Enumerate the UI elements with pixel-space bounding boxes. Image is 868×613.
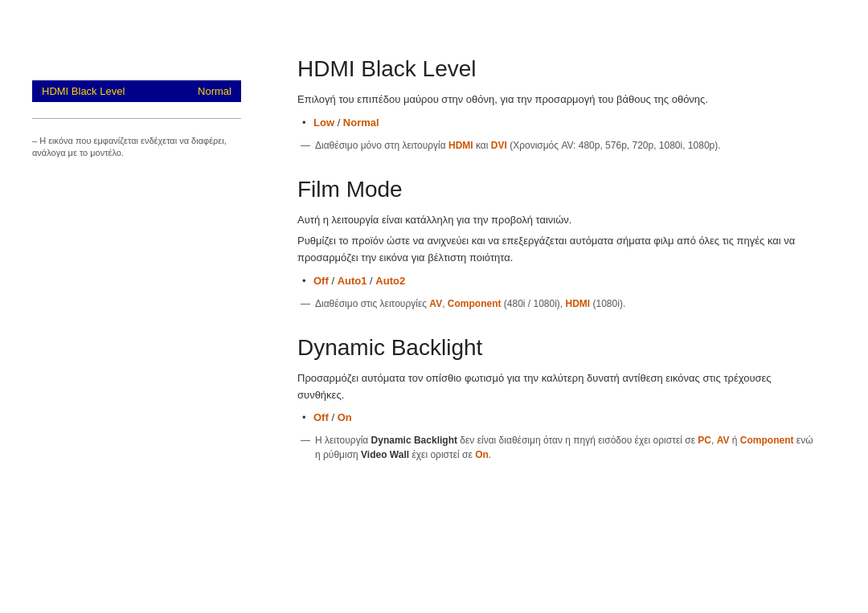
hdmi-note: Διαθέσιμο μόνο στη λειτουργία HDMI και D… (297, 138, 820, 153)
film-note-text: Διαθέσιμο στις λειτουργίες AV, Component… (315, 296, 625, 311)
film-note: Διαθέσιμο στις λειτουργίες AV, Component… (297, 296, 820, 311)
film-note-hdmi: HDMI (566, 298, 591, 309)
section-title-hdmi: HDMI Black Level (297, 56, 820, 82)
dynamic-note: Η λειτουργία Dynamic Backlight δεν είναι… (297, 433, 820, 462)
hdmi-description: Επιλογή του επιπέδου μαύρου στην οθόνη, … (297, 92, 820, 108)
hdmi-normal: Normal (343, 116, 379, 129)
section-dynamic-backlight: Dynamic Backlight Προσαρμόζει αυτόματα τ… (297, 335, 820, 462)
film-auto2: Auto2 (375, 275, 405, 287)
dynamic-description: Προσαρμόζει αυτόματα τον οπίσθιο φωτισμό… (297, 370, 820, 404)
section-hdmi-black-level: HDMI Black Level Επιλογή του επιπέδου μα… (297, 56, 820, 153)
dynamic-note-component: Component (740, 435, 794, 446)
main-content: HDMI Black Level Επιλογή του επιπέδου μα… (281, 32, 868, 581)
dynamic-bullet-list: Off / On (313, 410, 820, 427)
dynamic-note-text: Η λειτουργία Dynamic Backlight δεν είναι… (315, 433, 820, 462)
hdmi-note-hdmi: HDMI (448, 140, 473, 151)
film-note-av: AV (429, 298, 442, 309)
sidebar: HDMI Black Level Normal – Η εικόνα που ε… (0, 32, 281, 581)
dynamic-note-videowall: Video Wall (361, 449, 409, 460)
dynamic-sep: / (331, 411, 337, 423)
dynamic-note-on: On (475, 449, 489, 460)
film-sep1: / (331, 275, 337, 287)
dynamic-note-pc: PC (698, 435, 711, 446)
film-bullet-item: Off / Auto1 / Auto2 (313, 273, 820, 290)
menu-item-value: Normal (198, 85, 231, 97)
hdmi-separator: / (338, 116, 343, 129)
film-description2: Ρυθμίζει το προϊόν ώστε να ανιχνεύει και… (297, 233, 820, 267)
hdmi-bullet-item: Low / Normal (313, 115, 820, 132)
dynamic-note-feature: Dynamic Backlight (371, 435, 457, 446)
section-title-film: Film Mode (297, 177, 820, 202)
hdmi-note-text: Διαθέσιμο μόνο στη λειτουργία HDMI και D… (315, 138, 721, 153)
dynamic-bullet-item: Off / On (313, 410, 820, 427)
sidebar-note: – Η εικόνα που εμφανίζεται ενδέχεται να … (32, 135, 241, 160)
dynamic-off: Off (313, 411, 329, 423)
film-off: Off (313, 275, 329, 287)
film-auto1: Auto1 (338, 275, 367, 287)
hdmi-bullet-list: Low / Normal (313, 115, 820, 132)
film-description1: Αυτή η λειτουργία είναι κατάλληλη για τη… (297, 212, 820, 229)
film-bullet-list: Off / Auto1 / Auto2 (313, 273, 820, 290)
hdmi-low: Low (313, 116, 334, 129)
section-title-dynamic: Dynamic Backlight (297, 335, 820, 361)
hdmi-note-dvi: DVI (491, 140, 507, 151)
dynamic-on: On (338, 411, 352, 423)
section-film-mode: Film Mode Αυτή η λειτουργία είναι κατάλλ… (297, 177, 820, 311)
sidebar-divider (32, 118, 241, 119)
menu-item-label: HDMI Black Level (42, 85, 125, 97)
menu-item-hdmi-black-level[interactable]: HDMI Black Level Normal (32, 80, 241, 102)
film-note-component: Component (448, 298, 502, 309)
dynamic-note-av: AV (717, 435, 730, 446)
